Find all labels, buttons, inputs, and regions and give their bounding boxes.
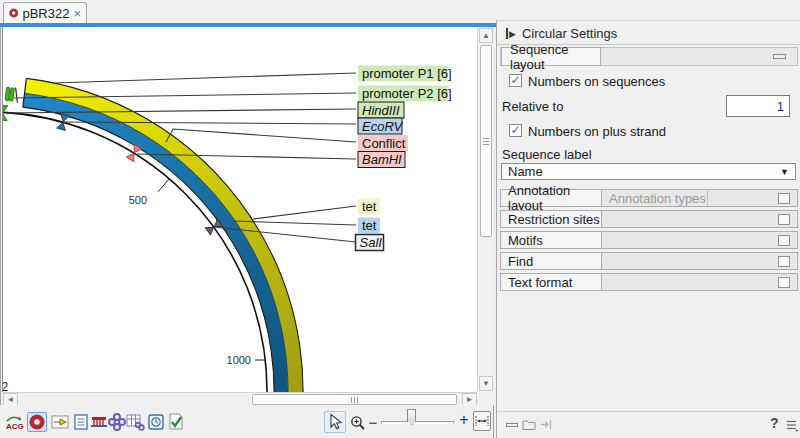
section-title[interactable]: Restriction sites (501, 211, 602, 227)
tab-close-icon[interactable]: × (73, 8, 81, 19)
circular-view-icon[interactable] (27, 412, 47, 432)
chevron-down-icon: ▼ (780, 167, 789, 177)
group-minimize-icon[interactable] (773, 54, 786, 59)
tet-gene-band-blue[interactable] (24, 100, 281, 392)
plasmid-canvas[interactable]: 500 1000 promoter P1 [6] promoter P2 [6]… (3, 27, 477, 392)
numbers-plus-strand-checkbox[interactable]: ✓ (509, 124, 522, 137)
promoter-p2-annotation[interactable] (9, 88, 14, 101)
section-annotation-layout[interactable]: Annotation layout Annotation types (500, 189, 798, 207)
restriction-map-view-icon[interactable] (89, 412, 109, 432)
zoom-in-tool-icon[interactable] (348, 413, 368, 433)
selection-cursor-tool[interactable] (324, 411, 346, 433)
band-outline-outer (26, 78, 303, 392)
element-info-view-icon[interactable] (166, 412, 186, 432)
circular-sequence-icon (9, 6, 18, 20)
label-hindiii[interactable]: HindIII (362, 103, 400, 118)
relative-to-label: Relative to (502, 99, 563, 114)
leader-promoter-p1 (55, 73, 356, 83)
section-motifs[interactable]: Motifs (500, 231, 798, 249)
plasmid-backbone-circle (3, 112, 267, 392)
check-icon: ✓ (510, 75, 520, 85)
section-title[interactable]: Find (501, 253, 602, 269)
section-title[interactable]: Motifs (501, 232, 602, 248)
cloverleaf-view-icon[interactable] (107, 412, 127, 432)
zoom-out-button[interactable]: − (367, 414, 379, 431)
svg-text:ACG: ACG (6, 422, 24, 431)
zoom-in-button[interactable]: + (457, 411, 471, 429)
promoter-p1-annotation[interactable] (5, 87, 10, 100)
sequence-view-icon[interactable]: ACG (4, 412, 24, 432)
popout-icon[interactable] (778, 235, 790, 246)
plasmid-drawing: 500 1000 promoter P1 [6] promoter P2 [6]… (3, 27, 477, 392)
check-icon: ✓ (510, 125, 520, 135)
tick-label-500: 500 (129, 194, 147, 206)
tab-title: pBR322 (22, 6, 69, 21)
dropdown-selected-value: Name (508, 164, 780, 179)
help-icon[interactable]: ? (770, 415, 779, 431)
relative-to-input[interactable] (726, 95, 790, 117)
history-view-icon[interactable] (146, 412, 166, 432)
primer-table-view-icon[interactable] (125, 412, 145, 432)
tet-gene-band-yellow[interactable] (25, 86, 295, 392)
label-bamhi[interactable]: BamHI (362, 152, 402, 167)
clipped-position-label: 2 (3, 380, 9, 393)
window-left-edge (0, 27, 1, 406)
collapse-panel-icon[interactable] (506, 423, 518, 427)
horizontal-scrollbar[interactable]: ◄ ► (3, 392, 477, 405)
panel-title: Circular Settings (522, 26, 617, 41)
section-find[interactable]: Find (500, 252, 798, 270)
popout-icon[interactable] (778, 214, 790, 225)
section-restriction-sites[interactable]: Restriction sites (500, 210, 798, 228)
tab-sequence-layout[interactable]: Sequence layout (501, 47, 601, 66)
application-window: { "glyphs": { "close": "×", "check": "✓"… (0, 0, 800, 438)
dock-panel-icon[interactable] (540, 418, 553, 431)
scroll-up-icon[interactable]: ▲ (479, 28, 493, 43)
vertical-scrollbar-thumb[interactable] (480, 45, 492, 237)
section-title[interactable]: Annotation layout (501, 190, 602, 206)
tab-annotation-types[interactable]: Annotation types (602, 190, 708, 206)
leader-tet-yellow (253, 206, 356, 219)
tick-500: 500 (129, 179, 170, 206)
annotation-table-view-icon[interactable] (50, 412, 70, 432)
label-sali[interactable]: SalI (360, 235, 383, 250)
label-tet-yellow[interactable]: tet (362, 199, 377, 214)
text-view-icon[interactable] (71, 412, 91, 432)
popout-icon[interactable] (778, 193, 790, 204)
label-tet-blue[interactable]: tet (362, 218, 377, 233)
tick-1000: 1000 (227, 354, 265, 366)
leader-conflict (166, 129, 356, 142)
sequence-layout-title: Sequence layout (510, 42, 600, 72)
view-toolbar: ACG (0, 405, 493, 438)
promoter-edge-mark (16, 88, 18, 103)
label-promoter-p1[interactable]: promoter P1 [6] (362, 66, 452, 81)
label-ecorv[interactable]: EcoRV (362, 119, 404, 134)
fit-width-icon[interactable] (473, 411, 491, 431)
numbers-plus-strand-label: Numbers on plus strand (528, 124, 666, 139)
section-text-format[interactable]: Text format (500, 273, 798, 291)
scroll-down-icon[interactable]: ▼ (479, 376, 493, 391)
panel-collapse-icon[interactable]: ▶ (506, 28, 516, 39)
toolbar-panel-divider (493, 405, 494, 438)
side-panel: ▶ Circular Settings Sequence layout ✓ Nu… (496, 20, 800, 438)
sequence-label-caption: Sequence label (502, 147, 592, 162)
folder-icon[interactable] (522, 418, 536, 431)
tick-label-1000: 1000 (227, 354, 251, 366)
label-promoter-p2[interactable]: promoter P2 [6] (362, 86, 452, 101)
label-conflict[interactable]: Conflict (362, 136, 406, 151)
tab-pbr322[interactable]: pBR322 × (3, 2, 87, 23)
panel-status-bar: ? (497, 411, 800, 438)
horizontal-scrollbar-thumb[interactable] (252, 394, 457, 405)
panel-menu-icon[interactable] (786, 419, 799, 432)
popout-icon[interactable] (778, 277, 790, 288)
zoom-slider-track[interactable] (381, 421, 454, 424)
numbers-on-sequences-checkbox[interactable]: ✓ (509, 74, 522, 87)
numbers-on-sequences-label: Numbers on sequences (528, 74, 665, 89)
popout-icon[interactable] (778, 256, 790, 267)
vertical-scrollbar[interactable]: ▲ ▼ (477, 27, 493, 392)
sequence-label-dropdown[interactable]: Name ▼ (501, 163, 796, 180)
section-title[interactable]: Text format (501, 274, 602, 290)
